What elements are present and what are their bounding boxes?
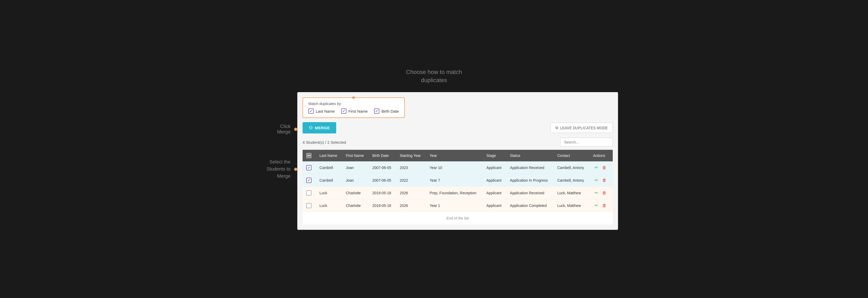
row-3-status: Application Completed [506, 199, 554, 212]
header-first-name: First Name [342, 150, 369, 161]
row-3-actions: ✏ 🗑 [589, 199, 613, 212]
row-0-stage: Applicant [483, 161, 506, 174]
table-row: LuckCharlotte2019-05-182026Year 1Applica… [303, 199, 613, 212]
row-1-status: Application In Progress [506, 174, 554, 187]
header-checkbox-col[interactable] [303, 150, 316, 161]
row-2-birth_date: 2019-05-18 [369, 187, 396, 199]
checkbox-icon-first-name: ✓ [341, 108, 346, 114]
checkbox-icon-last-name: ✓ [308, 108, 314, 114]
click-merge-annotation: Click Merge [250, 124, 297, 135]
row-1-actions: ✏ 🗑 [589, 174, 613, 187]
header-last-name: Last Name [316, 150, 342, 161]
row-1-stage: Applicant [483, 174, 506, 187]
checkbox-last-name[interactable]: ✓ Last Name [308, 108, 335, 114]
row-1-contact: Cambell, Antony [554, 174, 589, 187]
row-1-first_name: Joan [342, 174, 369, 187]
row-2-stage: Applicant [483, 187, 506, 199]
row-3-starting_year: 2026 [396, 199, 426, 212]
copy-icon: ⧉ [555, 126, 558, 130]
count-search-row: 4 Student(s) / 2 Selected [303, 138, 613, 146]
checkbox-birth-date[interactable]: ✓ Birth Date [374, 108, 399, 114]
row-1-last_name: Cambell [316, 174, 342, 187]
select-students-annotation: Select the Students to Merge [250, 159, 297, 180]
edit-button-2[interactable]: ✏ [593, 190, 599, 196]
header-actions: Actions [589, 150, 613, 161]
header-starting-year: Starting Year [396, 150, 426, 161]
checkbox-group: ✓ Last Name ✓ First Name ✓ [308, 108, 399, 114]
row-0-year: Year 10 [426, 161, 483, 174]
delete-button-3[interactable]: 🗑 [601, 203, 608, 209]
header-year: Year [426, 150, 483, 161]
row-2-year: Prep, Foundation, Reception [426, 187, 483, 199]
row-1-birth_date: 2007-06-05 [369, 174, 396, 187]
row-0-first_name: Joan [342, 161, 369, 174]
main-card: Match duplicates by: ✓ Last Name ✓ [297, 92, 618, 230]
row-3-stage: Applicant [483, 199, 506, 212]
merge-button[interactable]: ⚇ MERGE [303, 122, 336, 133]
header-stage: Stage [483, 150, 506, 161]
table-row: ✓CambellJoan2007-06-052022Year 7Applican… [303, 174, 613, 187]
row-2-last_name: Luck [316, 187, 342, 199]
data-table: Last Name First Name Birth Date Starting… [303, 150, 613, 212]
row-0-status: Application Received [506, 161, 554, 174]
row-0-birth_date: 2007-06-05 [369, 161, 396, 174]
delete-button-0[interactable]: 🗑 [601, 165, 608, 170]
indeterminate-checkbox[interactable] [306, 153, 311, 158]
row-2-checkbox[interactable] [306, 190, 311, 196]
table-row: LuckCharlotte2019-05-182026Prep, Foundat… [303, 187, 613, 199]
annotation-dot-merge [294, 128, 297, 131]
left-annotations: Click Merge Select the Students to Merge [250, 92, 297, 180]
row-0-starting_year: 2023 [396, 161, 426, 174]
delete-button-1[interactable]: 🗑 [601, 178, 608, 183]
row-2-actions: ✏ 🗑 [589, 187, 613, 199]
count-label: 4 Student(s) / 2 Selected [303, 140, 346, 144]
row-0-checkbox-cell[interactable]: ✓ [303, 161, 316, 174]
row-1-checkbox-cell[interactable]: ✓ [303, 174, 316, 187]
row-0-last_name: Cambell [316, 161, 342, 174]
checkbox-icon-birth-date: ✓ [374, 108, 379, 114]
row-1-year: Year 7 [426, 174, 483, 187]
row-3-contact: Luck, Matthew [554, 199, 589, 212]
toolbar-row: ⚇ MERGE ⧉ LEAVE DUPLICATES MODE [303, 122, 613, 133]
header-birth-date: Birth Date [369, 150, 396, 161]
header-status: Status [506, 150, 554, 161]
row-3-birth_date: 2019-05-18 [369, 199, 396, 212]
row-3-last_name: Luck [316, 199, 342, 212]
indeterminate-line [307, 155, 310, 156]
match-box-label: Match duplicates by: [308, 102, 399, 106]
row-2-first_name: Charlotte [342, 187, 369, 199]
row-2-status: Application Received [506, 187, 554, 199]
edit-button-0[interactable]: ✏ [593, 165, 599, 170]
edit-button-3[interactable]: ✏ [593, 202, 599, 209]
match-duplicates-box: Match duplicates by: ✓ Last Name ✓ [303, 98, 405, 118]
row-3-year: Year 1 [426, 199, 483, 212]
search-input[interactable] [560, 138, 613, 146]
delete-button-2[interactable]: 🗑 [601, 190, 608, 196]
row-3-checkbox-cell[interactable] [303, 199, 316, 212]
end-of-list: End of the list [303, 212, 613, 224]
page-title: Choose how to match duplicates [250, 68, 618, 84]
row-3-first_name: Charlotte [342, 199, 369, 212]
checkbox-first-name[interactable]: ✓ First Name [341, 108, 368, 114]
edit-button-1[interactable]: ✏ [593, 177, 599, 183]
row-2-contact: Luck, Matthew [554, 187, 589, 199]
row-3-checkbox[interactable] [306, 203, 311, 208]
row-1-starting_year: 2022 [396, 174, 426, 187]
header-contact: Contact [554, 150, 589, 161]
table-header-row: Last Name First Name Birth Date Starting… [303, 150, 613, 161]
row-0-contact: Cambell, Antony [554, 161, 589, 174]
row-1-checkbox[interactable]: ✓ [306, 178, 311, 183]
row-0-actions: ✏ 🗑 [589, 161, 613, 174]
row-2-checkbox-cell[interactable] [303, 187, 316, 199]
row-2-starting_year: 2026 [396, 187, 426, 199]
merge-icon: ⚇ [309, 125, 313, 130]
main-content: Match duplicates by: ✓ Last Name ✓ [297, 92, 618, 230]
table-row: ✓CambellJoan2007-06-052023Year 10Applica… [303, 161, 613, 174]
annotation-dot-select [294, 168, 297, 171]
row-0-checkbox[interactable]: ✓ [306, 165, 311, 170]
leave-duplicates-button[interactable]: ⧉ LEAVE DUPLICATES MODE [551, 123, 613, 133]
